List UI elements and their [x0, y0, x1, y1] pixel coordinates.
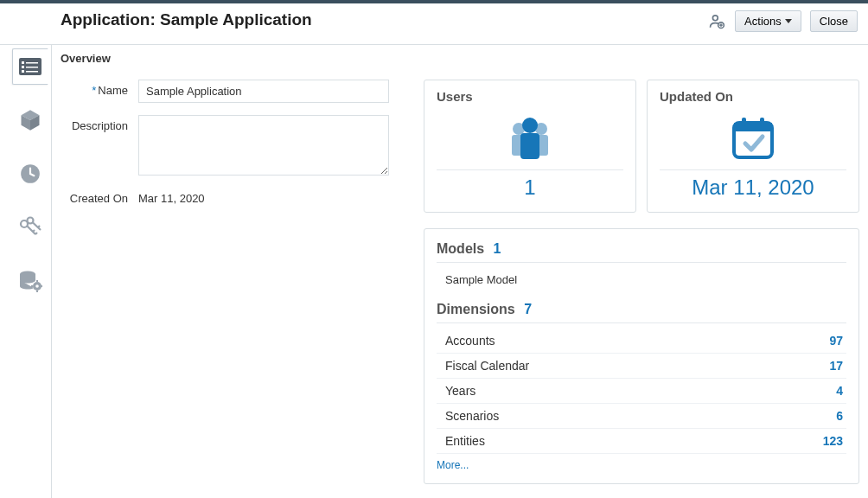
- sidebar-tab-settings-db[interactable]: [12, 263, 48, 299]
- form-column: *Name Description Created On Mar 11, 202…: [69, 80, 389, 489]
- users-count: 1: [437, 176, 623, 200]
- svg-rect-7: [22, 70, 24, 73]
- users-card: Users: [424, 80, 636, 213]
- svg-rect-6: [26, 67, 38, 68]
- sidebar-tab-model[interactable]: [12, 102, 48, 138]
- keys-icon: [18, 216, 42, 239]
- updated-on-title: Updated On: [660, 89, 846, 104]
- actions-button-label: Actions: [744, 15, 782, 28]
- name-label: *Name: [69, 80, 138, 97]
- close-button-label: Close: [820, 15, 848, 28]
- dimension-row[interactable]: Years 4: [437, 379, 846, 404]
- more-dimensions-link[interactable]: More...: [437, 454, 846, 471]
- svg-rect-26: [734, 123, 772, 131]
- users-icon: [437, 112, 623, 164]
- model-item[interactable]: Sample Model: [437, 268, 846, 291]
- app-window: Application: Sample Application Overview…: [0, 0, 868, 498]
- content-area: *Name Description Created On Mar 11, 202…: [52, 45, 868, 498]
- user-role-icon[interactable]: [707, 12, 726, 31]
- name-input[interactable]: [138, 80, 389, 103]
- svg-rect-27: [742, 118, 746, 126]
- sidebar: [9, 45, 52, 498]
- sidebar-tab-history[interactable]: [12, 156, 48, 192]
- updated-on-date: Mar 11, 2020: [660, 176, 846, 200]
- calendar-check-icon: [660, 112, 846, 164]
- dimension-row[interactable]: Scenarios 6: [437, 404, 846, 429]
- dimension-row[interactable]: Entities 123: [437, 429, 846, 454]
- list-icon: [19, 58, 41, 75]
- created-on-label: Created On: [69, 188, 138, 205]
- updated-on-card: Updated On Mar 11, 2020: [647, 80, 859, 213]
- dimensions-heading: Dimensions 7: [437, 302, 846, 323]
- cards-column: Users: [424, 80, 859, 489]
- caret-down-icon: [785, 19, 792, 23]
- sidebar-tab-overview[interactable]: [12, 48, 48, 85]
- dimension-row[interactable]: Fiscal Calendar 17: [437, 354, 846, 379]
- svg-rect-5: [22, 66, 24, 68]
- actions-button[interactable]: Actions: [735, 10, 801, 32]
- description-label: Description: [69, 115, 138, 132]
- svg-rect-28: [760, 118, 764, 126]
- cube-icon: [18, 108, 42, 132]
- header-bar: Application: Sample Application Overview…: [0, 3, 868, 45]
- db-gear-icon: [18, 270, 42, 292]
- description-textarea[interactable]: [138, 115, 389, 176]
- svg-rect-3: [22, 61, 24, 64]
- dimension-row[interactable]: Accounts 97: [437, 329, 846, 354]
- svg-point-0: [713, 15, 718, 20]
- users-card-title: Users: [437, 89, 623, 104]
- svg-point-14: [35, 284, 39, 288]
- sidebar-tab-permissions[interactable]: [12, 209, 48, 246]
- svg-point-23: [522, 118, 538, 133]
- svg-rect-8: [26, 71, 38, 73]
- page-title: Application: Sample Application: [61, 10, 312, 29]
- models-heading: Models 1: [437, 241, 846, 263]
- clock-icon: [19, 163, 41, 185]
- dimensions-list: Accounts 97 Fiscal Calendar 17 Years 4: [437, 329, 846, 454]
- svg-rect-4: [26, 62, 38, 64]
- svg-rect-24: [520, 133, 539, 159]
- created-on-value: Mar 11, 2020: [138, 188, 205, 205]
- models-dimensions-card: Models 1 Sample Model Dimensions 7 Accou…: [424, 228, 859, 484]
- close-button[interactable]: Close: [810, 10, 858, 32]
